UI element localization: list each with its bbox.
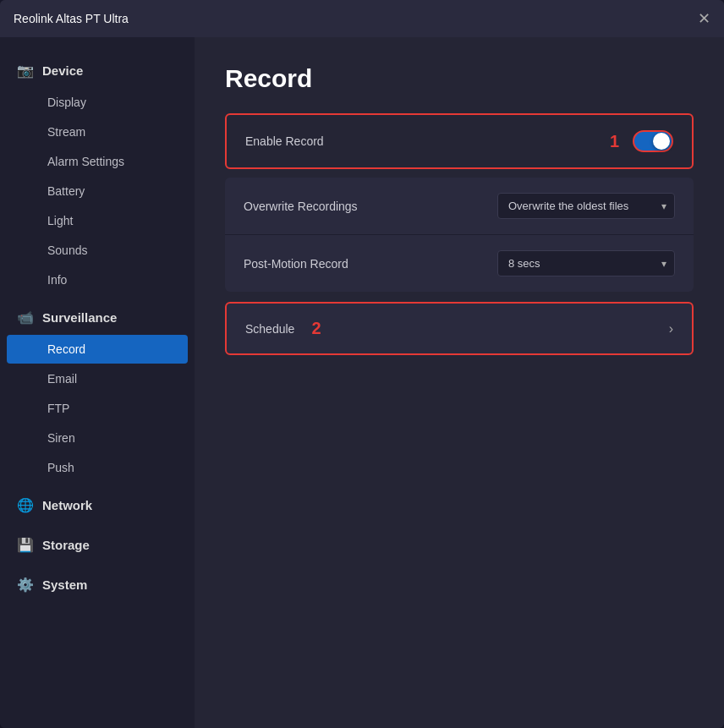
enable-record-toggle-wrapper [633,130,673,152]
sidebar-section-surveillance: 📹 Surveillance Record Email FTP Siren Pu… [0,301,195,482]
sidebar-category-system[interactable]: ⚙️ System [0,568,195,601]
overwrite-row: Overwrite Recordings Overwrite the oldes… [225,178,694,235]
sidebar-section-device: 📷 Device Display Stream Alarm Settings B… [0,54,195,294]
toggle-slider [633,130,673,152]
sidebar-item-siren[interactable]: Siren [7,424,188,452]
sidebar-category-network[interactable]: 🌐 Network [0,489,195,522]
sidebar-category-surveillance[interactable]: 📹 Surveillance [0,301,195,334]
sidebar-category-surveillance-label: Surveillance [42,310,117,325]
page-title: Record [225,64,694,93]
app-window: Reolink Altas PT Ultra ✕ 📷 Device Displa… [0,0,724,728]
device-icon: 📷 [17,63,34,79]
surveillance-icon: 📹 [17,309,34,326]
sidebar-item-display[interactable]: Display [7,88,188,117]
sidebar-category-device-label: Device [42,63,83,78]
overwrite-select-wrapper: Overwrite the oldest files Do not overwr… [497,193,675,219]
sidebar-item-battery[interactable]: Battery [7,177,188,205]
sidebar-item-alarm-settings[interactable]: Alarm Settings [7,147,188,176]
overwrite-select[interactable]: Overwrite the oldest files Do not overwr… [497,193,675,219]
sidebar-category-storage[interactable]: 💾 Storage [0,528,195,561]
sidebar-item-info[interactable]: Info [7,265,188,294]
title-bar: Reolink Altas PT Ultra ✕ [0,0,724,37]
sidebar-item-record[interactable]: Record [7,335,188,364]
sidebar-category-network-label: Network [42,498,92,512]
sidebar-item-sounds[interactable]: Sounds [7,236,188,265]
sidebar-item-email[interactable]: Email [7,364,188,393]
chevron-right-icon: › [669,321,673,337]
sidebar-item-push[interactable]: Push [7,453,188,482]
sidebar: 📷 Device Display Stream Alarm Settings B… [0,37,195,728]
sidebar-section-storage: 💾 Storage [0,528,195,561]
sidebar-category-system-label: System [42,577,87,592]
main-layout: 📷 Device Display Stream Alarm Settings B… [0,37,724,728]
enable-record-toggle[interactable] [633,130,673,152]
schedule-row[interactable]: Schedule 2 › [225,302,694,355]
post-motion-label: Post-Motion Record [244,257,348,271]
enable-record-label: Enable Record [245,134,324,148]
post-motion-select[interactable]: 8 secs 15 secs 30 secs 60 secs [497,250,675,276]
sidebar-category-storage-label: Storage [42,538,90,552]
post-motion-select-wrapper: 8 secs 15 secs 30 secs 60 secs [497,250,675,276]
sidebar-section-network: 🌐 Network [0,489,195,522]
schedule-label: Schedule [245,322,294,336]
sidebar-section-system: ⚙️ System [0,568,195,601]
sidebar-item-stream[interactable]: Stream [7,118,188,146]
post-motion-row: Post-Motion Record 8 secs 15 secs 30 sec… [225,235,694,292]
content-area: Record Enable Record 1 [195,37,724,728]
storage-icon: 💾 [17,537,34,553]
schedule-badge: 2 [311,319,321,338]
sidebar-item-light[interactable]: Light [7,206,188,235]
sidebar-item-ftp[interactable]: FTP [7,394,188,423]
close-button[interactable]: ✕ [698,11,710,26]
enable-record-row: Enable Record 1 [225,113,694,169]
window-title: Reolink Altas PT Ultra [14,12,129,25]
system-icon: ⚙️ [17,577,34,593]
enable-record-card-row: Enable Record 1 [227,115,692,167]
schedule-left: Schedule 2 [245,319,321,338]
enable-record-badge: 1 [610,132,619,151]
network-icon: 🌐 [17,497,34,513]
overwrite-label: Overwrite Recordings [244,200,358,213]
enable-record-right: 1 [610,130,673,152]
settings-card: Overwrite Recordings Overwrite the oldes… [225,178,694,292]
sidebar-category-device[interactable]: 📷 Device [0,54,195,87]
